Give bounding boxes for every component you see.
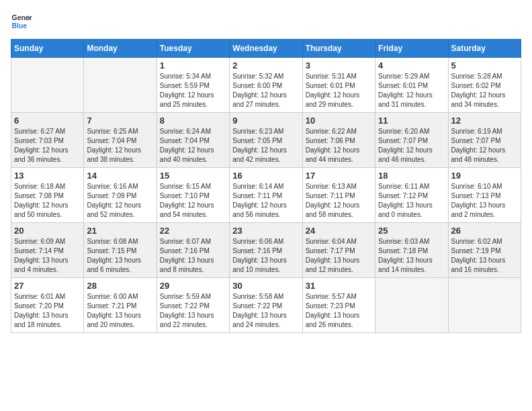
day-info: Sunrise: 6:25 AM Sunset: 7:04 PM Dayligh… [87, 127, 153, 165]
day-info: Sunrise: 6:18 AM Sunset: 7:08 PM Dayligh… [14, 182, 81, 220]
calendar-table: SundayMondayTuesdayWednesdayThursdayFrid… [11, 39, 521, 333]
day-number: 7 [87, 116, 153, 126]
day-number: 9 [232, 116, 299, 126]
calendar-cell: 10Sunrise: 6:22 AM Sunset: 7:06 PM Dayli… [302, 113, 375, 168]
day-info: Sunrise: 6:24 AM Sunset: 7:04 PM Dayligh… [160, 127, 226, 165]
day-number: 11 [378, 116, 445, 126]
calendar-cell: 28Sunrise: 6:00 AM Sunset: 7:21 PM Dayli… [84, 278, 157, 333]
day-header-saturday: Saturday [448, 40, 521, 58]
calendar-cell: 14Sunrise: 6:16 AM Sunset: 7:09 PM Dayli… [84, 168, 157, 223]
day-info: Sunrise: 5:59 AM Sunset: 7:22 PM Dayligh… [160, 292, 226, 330]
calendar-week-row: 27Sunrise: 6:01 AM Sunset: 7:20 PM Dayli… [11, 278, 521, 333]
calendar-cell: 23Sunrise: 6:06 AM Sunset: 7:16 PM Dayli… [230, 223, 302, 278]
day-number: 12 [451, 116, 518, 126]
svg-text:Blue: Blue [12, 22, 28, 30]
day-number: 27 [14, 281, 81, 291]
day-number: 20 [14, 226, 81, 236]
day-number: 6 [14, 116, 81, 126]
calendar-week-row: 20Sunrise: 6:09 AM Sunset: 7:14 PM Dayli… [11, 223, 521, 278]
calendar-cell [84, 58, 157, 113]
day-info: Sunrise: 6:10 AM Sunset: 7:13 PM Dayligh… [451, 182, 518, 220]
calendar-cell: 15Sunrise: 6:15 AM Sunset: 7:10 PM Dayli… [157, 168, 229, 223]
day-number: 18 [378, 171, 445, 181]
page-header: General Blue [11, 11, 521, 32]
calendar-cell: 16Sunrise: 6:14 AM Sunset: 7:11 PM Dayli… [230, 168, 302, 223]
day-header-wednesday: Wednesday [230, 40, 302, 58]
day-info: Sunrise: 6:00 AM Sunset: 7:21 PM Dayligh… [87, 292, 153, 330]
calendar-cell: 9Sunrise: 6:23 AM Sunset: 7:05 PM Daylig… [230, 113, 302, 168]
calendar-cell: 17Sunrise: 6:13 AM Sunset: 7:11 PM Dayli… [302, 168, 375, 223]
calendar-cell [11, 58, 84, 113]
logo: General Blue [11, 11, 32, 32]
day-info: Sunrise: 6:02 AM Sunset: 7:19 PM Dayligh… [451, 237, 518, 275]
calendar-cell [375, 278, 448, 333]
day-info: Sunrise: 5:29 AM Sunset: 6:01 PM Dayligh… [378, 72, 445, 109]
calendar-cell: 25Sunrise: 6:03 AM Sunset: 7:18 PM Dayli… [375, 223, 448, 278]
day-info: Sunrise: 6:04 AM Sunset: 7:17 PM Dayligh… [306, 237, 372, 275]
day-header-thursday: Thursday [302, 40, 375, 58]
day-header-friday: Friday [375, 40, 448, 58]
calendar-cell: 8Sunrise: 6:24 AM Sunset: 7:04 PM Daylig… [157, 113, 229, 168]
calendar-cell: 20Sunrise: 6:09 AM Sunset: 7:14 PM Dayli… [11, 223, 84, 278]
calendar-cell: 18Sunrise: 6:11 AM Sunset: 7:12 PM Dayli… [375, 168, 448, 223]
day-header-sunday: Sunday [11, 40, 84, 58]
calendar-cell: 1Sunrise: 5:34 AM Sunset: 5:59 PM Daylig… [157, 58, 229, 113]
day-info: Sunrise: 6:19 AM Sunset: 7:07 PM Dayligh… [451, 127, 518, 165]
day-number: 21 [87, 226, 153, 236]
day-number: 29 [160, 281, 226, 291]
day-info: Sunrise: 5:28 AM Sunset: 6:02 PM Dayligh… [451, 72, 518, 109]
day-header-monday: Monday [84, 40, 157, 58]
day-number: 24 [306, 226, 372, 236]
day-info: Sunrise: 6:13 AM Sunset: 7:11 PM Dayligh… [306, 182, 372, 220]
day-info: Sunrise: 5:34 AM Sunset: 5:59 PM Dayligh… [160, 72, 226, 109]
calendar-cell: 11Sunrise: 6:20 AM Sunset: 7:07 PM Dayli… [375, 113, 448, 168]
day-header-tuesday: Tuesday [157, 40, 229, 58]
day-number: 3 [306, 60, 372, 71]
day-number: 2 [232, 60, 299, 71]
logo-icon: General Blue [11, 11, 32, 32]
calendar-cell: 3Sunrise: 5:31 AM Sunset: 6:01 PM Daylig… [302, 58, 375, 113]
day-number: 16 [232, 171, 299, 181]
calendar-cell: 29Sunrise: 5:59 AM Sunset: 7:22 PM Dayli… [157, 278, 229, 333]
day-info: Sunrise: 6:16 AM Sunset: 7:09 PM Dayligh… [87, 182, 153, 220]
day-number: 1 [160, 60, 226, 71]
day-info: Sunrise: 5:32 AM Sunset: 6:00 PM Dayligh… [232, 72, 299, 109]
day-number: 23 [232, 226, 299, 236]
calendar-cell: 27Sunrise: 6:01 AM Sunset: 7:20 PM Dayli… [11, 278, 84, 333]
calendar-week-row: 1Sunrise: 5:34 AM Sunset: 5:59 PM Daylig… [11, 58, 521, 113]
calendar-week-row: 13Sunrise: 6:18 AM Sunset: 7:08 PM Dayli… [11, 168, 521, 223]
day-number: 14 [87, 171, 153, 181]
calendar-week-row: 6Sunrise: 6:27 AM Sunset: 7:03 PM Daylig… [11, 113, 521, 168]
calendar-cell: 24Sunrise: 6:04 AM Sunset: 7:17 PM Dayli… [302, 223, 375, 278]
day-number: 22 [160, 226, 226, 236]
day-number: 4 [378, 60, 445, 71]
day-info: Sunrise: 6:01 AM Sunset: 7:20 PM Dayligh… [14, 292, 81, 330]
day-info: Sunrise: 5:31 AM Sunset: 6:01 PM Dayligh… [306, 72, 372, 109]
calendar-cell: 4Sunrise: 5:29 AM Sunset: 6:01 PM Daylig… [375, 58, 448, 113]
calendar-cell: 2Sunrise: 5:32 AM Sunset: 6:00 PM Daylig… [230, 58, 302, 113]
day-info: Sunrise: 6:27 AM Sunset: 7:03 PM Dayligh… [14, 127, 81, 165]
calendar-cell: 21Sunrise: 6:08 AM Sunset: 7:15 PM Dayli… [84, 223, 157, 278]
calendar-cell: 31Sunrise: 5:57 AM Sunset: 7:23 PM Dayli… [302, 278, 375, 333]
calendar-cell: 19Sunrise: 6:10 AM Sunset: 7:13 PM Dayli… [448, 168, 521, 223]
day-info: Sunrise: 6:20 AM Sunset: 7:07 PM Dayligh… [378, 127, 445, 165]
calendar-cell: 13Sunrise: 6:18 AM Sunset: 7:08 PM Dayli… [11, 168, 84, 223]
day-info: Sunrise: 5:58 AM Sunset: 7:22 PM Dayligh… [232, 292, 299, 330]
day-number: 19 [451, 171, 518, 181]
calendar-cell [448, 278, 521, 333]
day-info: Sunrise: 5:57 AM Sunset: 7:23 PM Dayligh… [306, 292, 372, 330]
day-number: 8 [160, 116, 226, 126]
calendar-cell: 6Sunrise: 6:27 AM Sunset: 7:03 PM Daylig… [11, 113, 84, 168]
calendar-cell: 30Sunrise: 5:58 AM Sunset: 7:22 PM Dayli… [230, 278, 302, 333]
calendar-cell: 7Sunrise: 6:25 AM Sunset: 7:04 PM Daylig… [84, 113, 157, 168]
day-info: Sunrise: 6:07 AM Sunset: 7:16 PM Dayligh… [160, 237, 226, 275]
day-info: Sunrise: 6:11 AM Sunset: 7:12 PM Dayligh… [378, 182, 445, 220]
day-number: 26 [451, 226, 518, 236]
day-info: Sunrise: 6:06 AM Sunset: 7:16 PM Dayligh… [232, 237, 299, 275]
day-info: Sunrise: 6:22 AM Sunset: 7:06 PM Dayligh… [306, 127, 372, 165]
day-number: 15 [160, 171, 226, 181]
day-info: Sunrise: 6:15 AM Sunset: 7:10 PM Dayligh… [160, 182, 226, 220]
day-info: Sunrise: 6:23 AM Sunset: 7:05 PM Dayligh… [232, 127, 299, 165]
day-number: 30 [232, 281, 299, 291]
day-info: Sunrise: 6:14 AM Sunset: 7:11 PM Dayligh… [232, 182, 299, 220]
